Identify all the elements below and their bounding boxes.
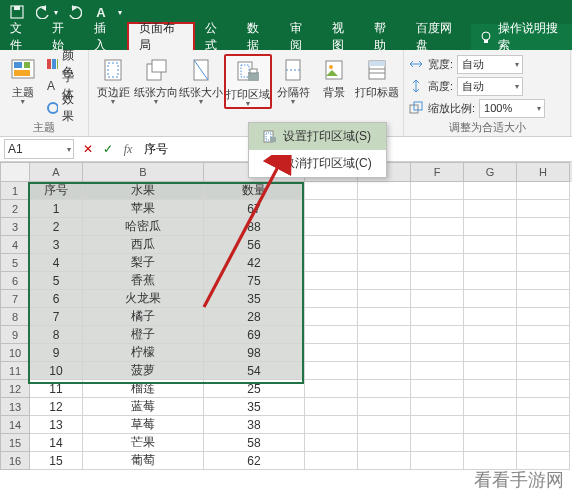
row-header[interactable]: 3 (0, 218, 30, 236)
data-cell[interactable]: 蓝莓 (83, 398, 204, 416)
tell-me-search[interactable]: 操作说明搜索 (471, 24, 572, 50)
data-cell[interactable]: 28 (204, 308, 305, 326)
header-cell[interactable]: 水果 (83, 182, 204, 200)
data-cell[interactable]: 香蕉 (83, 272, 204, 290)
data-cell[interactable]: 西瓜 (83, 236, 204, 254)
row-header[interactable]: 10 (0, 344, 30, 362)
data-cell[interactable]: 7 (30, 308, 83, 326)
data-cell[interactable]: 67 (204, 200, 305, 218)
save-icon[interactable] (8, 3, 26, 21)
data-cell[interactable]: 3 (30, 236, 83, 254)
header-cell[interactable]: 序号 (30, 182, 83, 200)
empty-cell[interactable] (358, 452, 411, 470)
font-color-icon[interactable]: A (92, 3, 110, 21)
empty-cell[interactable] (358, 290, 411, 308)
row-header[interactable]: 6 (0, 272, 30, 290)
empty-cell[interactable] (517, 434, 570, 452)
empty-cell[interactable] (305, 398, 358, 416)
scale-ratio-select[interactable]: 100% (479, 99, 545, 118)
data-cell[interactable]: 8 (30, 326, 83, 344)
empty-cell[interactable] (517, 182, 570, 200)
data-cell[interactable]: 菠萝 (83, 362, 204, 380)
tab-view[interactable]: 视图 (322, 24, 364, 50)
size-button[interactable]: 纸张大小▼ (179, 54, 223, 105)
empty-cell[interactable] (305, 254, 358, 272)
empty-cell[interactable] (517, 218, 570, 236)
empty-cell[interactable] (464, 200, 517, 218)
tab-data[interactable]: 数据 (237, 24, 279, 50)
empty-cell[interactable] (358, 236, 411, 254)
data-cell[interactable]: 98 (204, 344, 305, 362)
data-cell[interactable]: 13 (30, 416, 83, 434)
empty-cell[interactable] (464, 398, 517, 416)
enter-icon[interactable]: ✓ (98, 139, 118, 159)
row-header[interactable]: 9 (0, 326, 30, 344)
set-print-area-item[interactable]: 设置打印区域(S) (249, 123, 386, 150)
effects-button[interactable]: 效果 (43, 98, 84, 118)
data-cell[interactable]: 葡萄 (83, 452, 204, 470)
data-cell[interactable]: 2 (30, 218, 83, 236)
empty-cell[interactable] (464, 326, 517, 344)
empty-cell[interactable] (305, 308, 358, 326)
empty-cell[interactable] (464, 362, 517, 380)
empty-cell[interactable] (464, 290, 517, 308)
row-header[interactable]: 8 (0, 308, 30, 326)
spreadsheet-grid[interactable]: A B C D E F G H 1序号水果数量21苹果6732哈密瓜8843西瓜… (0, 162, 572, 470)
data-cell[interactable]: 梨子 (83, 254, 204, 272)
empty-cell[interactable] (305, 362, 358, 380)
tab-file[interactable]: 文件 (0, 24, 42, 50)
data-cell[interactable]: 25 (204, 380, 305, 398)
empty-cell[interactable] (464, 380, 517, 398)
empty-cell[interactable] (411, 362, 464, 380)
data-cell[interactable]: 榴莲 (83, 380, 204, 398)
empty-cell[interactable] (305, 272, 358, 290)
cancel-icon[interactable]: ✕ (78, 139, 98, 159)
row-header[interactable]: 7 (0, 290, 30, 308)
background-button[interactable]: 背景 (314, 54, 354, 98)
empty-cell[interactable] (411, 218, 464, 236)
empty-cell[interactable] (411, 290, 464, 308)
empty-cell[interactable] (517, 326, 570, 344)
scale-height-select[interactable]: 自动 (457, 77, 523, 96)
empty-cell[interactable] (305, 218, 358, 236)
empty-cell[interactable] (305, 452, 358, 470)
redo-icon[interactable] (66, 3, 84, 21)
empty-cell[interactable] (464, 308, 517, 326)
data-cell[interactable]: 5 (30, 272, 83, 290)
clear-print-area-item[interactable]: 取消打印区域(C) (249, 150, 386, 177)
data-cell[interactable]: 62 (204, 452, 305, 470)
empty-cell[interactable] (358, 416, 411, 434)
name-box[interactable]: A1▾ (4, 139, 74, 159)
row-header[interactable]: 11 (0, 362, 30, 380)
empty-cell[interactable] (464, 416, 517, 434)
row-header[interactable]: 16 (0, 452, 30, 470)
empty-cell[interactable] (411, 416, 464, 434)
empty-cell[interactable] (411, 326, 464, 344)
empty-cell[interactable] (358, 326, 411, 344)
empty-cell[interactable] (464, 344, 517, 362)
empty-cell[interactable] (517, 272, 570, 290)
data-cell[interactable]: 9 (30, 344, 83, 362)
empty-cell[interactable] (411, 200, 464, 218)
data-cell[interactable]: 75 (204, 272, 305, 290)
data-cell[interactable]: 6 (30, 290, 83, 308)
margins-button[interactable]: 页边距▼ (93, 54, 133, 105)
empty-cell[interactable] (517, 200, 570, 218)
empty-cell[interactable] (305, 200, 358, 218)
data-cell[interactable]: 14 (30, 434, 83, 452)
data-cell[interactable]: 橘子 (83, 308, 204, 326)
empty-cell[interactable] (517, 290, 570, 308)
empty-cell[interactable] (411, 182, 464, 200)
tab-review[interactable]: 审阅 (280, 24, 322, 50)
empty-cell[interactable] (358, 182, 411, 200)
col-header[interactable]: G (464, 162, 517, 182)
data-cell[interactable]: 4 (30, 254, 83, 272)
empty-cell[interactable] (305, 380, 358, 398)
data-cell[interactable]: 哈密瓜 (83, 218, 204, 236)
data-cell[interactable]: 橙子 (83, 326, 204, 344)
orientation-button[interactable]: 纸张方向▼ (134, 54, 178, 105)
empty-cell[interactable] (464, 254, 517, 272)
empty-cell[interactable] (305, 416, 358, 434)
empty-cell[interactable] (358, 254, 411, 272)
empty-cell[interactable] (464, 218, 517, 236)
